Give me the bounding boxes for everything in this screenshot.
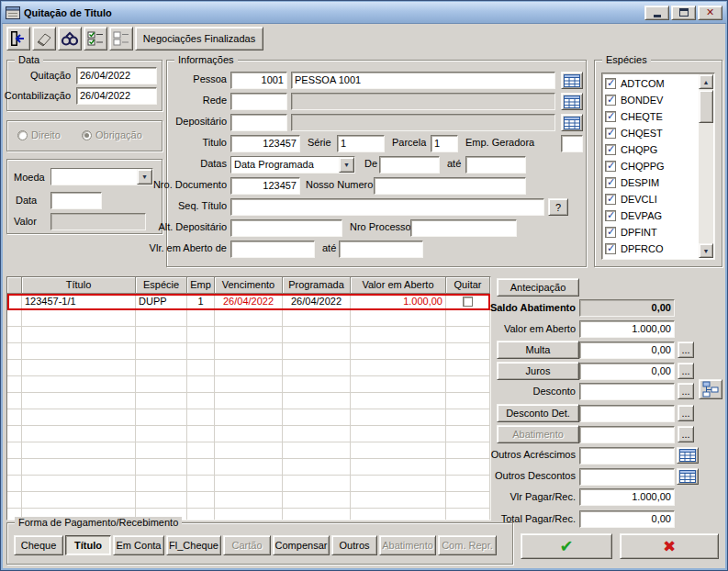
especie-item[interactable]: CHQPG <box>605 141 698 158</box>
scroll-up-button[interactable] <box>699 74 713 89</box>
especie-checkbox[interactable] <box>605 227 616 238</box>
especie-checkbox[interactable] <box>605 128 616 139</box>
rede-lookup-button[interactable] <box>561 93 583 110</box>
binoculars-icon <box>61 30 79 47</box>
especies-scrollbar[interactable] <box>699 74 713 258</box>
data-de-input[interactable] <box>379 156 440 174</box>
forma-cheque-button[interactable]: Cheque <box>14 535 63 555</box>
abatimento-more-button[interactable]: ... <box>678 426 694 442</box>
pessoa-code-input[interactable]: 1001 <box>230 72 287 89</box>
cell-vencimento: 26/04/2022 <box>215 294 283 310</box>
moeda-combo-value <box>51 169 137 185</box>
cancel-button[interactable] <box>620 533 719 559</box>
datas-combo-arrow[interactable] <box>339 157 354 173</box>
data-ate-input[interactable] <box>465 156 526 174</box>
outros-descontos-lookup-button[interactable] <box>677 468 699 485</box>
exit-button[interactable] <box>6 27 30 50</box>
erase-button[interactable] <box>32 27 56 50</box>
search-button[interactable] <box>58 27 82 50</box>
especie-item[interactable]: CHQEST <box>605 125 698 141</box>
multa-button[interactable]: Multa <box>497 341 579 359</box>
juros-field[interactable]: 0,00 <box>579 363 675 380</box>
vlr-pagar-label: Vlr Pagar/Rec. <box>451 491 576 503</box>
saldo-abatimento-label: Saldo Abatimento <box>458 302 576 314</box>
check-all-button[interactable] <box>84 27 107 50</box>
scroll-down-button[interactable] <box>699 243 713 258</box>
desconto-det-field[interactable] <box>579 405 675 422</box>
outros-acrescimos-field[interactable] <box>579 447 675 465</box>
especie-checkbox[interactable] <box>605 161 616 172</box>
uncheck-all-button[interactable] <box>109 27 133 50</box>
eraser-icon <box>35 30 53 47</box>
grid-header-valor[interactable]: Valor em Aberto <box>351 277 446 294</box>
minimize-button[interactable] <box>644 6 669 20</box>
forma-titulo-button[interactable]: Título <box>65 535 111 555</box>
desconto-det-button[interactable]: Desconto Det. <box>497 404 579 422</box>
grid-header-quitar[interactable]: Quitar <box>446 277 490 294</box>
especie-item[interactable]: CHEQTE <box>605 108 698 125</box>
juros-button[interactable]: Juros <box>497 362 579 380</box>
confirm-button[interactable] <box>521 533 612 559</box>
especie-item[interactable]: DEVPAG <box>605 207 698 224</box>
desconto-field[interactable] <box>579 383 675 400</box>
especie-checkbox[interactable] <box>605 210 616 221</box>
grid-header-programada[interactable]: Programada <box>283 277 351 294</box>
especie-item[interactable]: DEVCLI <box>605 191 698 207</box>
forma-em-conta-button[interactable]: Em Conta <box>113 535 164 555</box>
maximize-button[interactable] <box>671 6 696 20</box>
forma-outros-button[interactable]: Outros <box>331 535 377 555</box>
alt-depositario-input[interactable] <box>230 219 342 237</box>
grid-header-especie[interactable]: Espécie <box>136 277 187 294</box>
desconto-det-more-button[interactable]: ... <box>678 405 694 421</box>
negociacoes-finalizadas-button[interactable]: Negociações Finalizadas <box>135 27 263 50</box>
vlr-aberto-de-input[interactable] <box>230 241 315 258</box>
especie-checkbox[interactable] <box>605 194 616 205</box>
especie-checkbox[interactable] <box>605 144 616 155</box>
especie-item[interactable]: BONDEV <box>605 92 698 108</box>
emp-geradora-input[interactable] <box>561 135 583 152</box>
especie-item[interactable]: DPFINT <box>605 224 698 241</box>
datas-combo[interactable]: Data Programada <box>230 156 355 174</box>
grid-header-emp[interactable]: Emp <box>187 277 215 294</box>
especie-checkbox[interactable] <box>605 111 616 122</box>
seq-help-button[interactable]: ? <box>548 198 568 216</box>
parcela-input[interactable]: 1 <box>431 135 458 152</box>
especie-checkbox[interactable] <box>605 78 616 89</box>
seq-titulo-input[interactable] <box>230 198 544 216</box>
rede-code-input[interactable] <box>230 93 287 110</box>
forma-pagamento-legend: Forma de Pagamento/Recebimento <box>15 517 182 528</box>
outros-descontos-field[interactable] <box>579 468 675 486</box>
titulo-input[interactable]: 123457 <box>230 135 300 152</box>
especie-item[interactable]: DPFRCO <box>605 241 698 257</box>
scroll-thumb[interactable] <box>699 90 713 123</box>
grid-header-vencimento[interactable]: Vencimento <box>215 277 283 294</box>
especie-checkbox[interactable] <box>605 243 616 254</box>
serie-input[interactable]: 1 <box>337 135 385 152</box>
moeda-data-input[interactable] <box>50 192 102 209</box>
multa-field[interactable]: 0,00 <box>579 341 675 359</box>
grid-header-titulo[interactable]: Título <box>22 277 136 294</box>
depositario-code-input[interactable] <box>230 114 287 131</box>
desconto-more-button[interactable]: ... <box>678 383 694 399</box>
especie-item[interactable]: CHQPPG <box>605 158 698 174</box>
nro-documento-input[interactable]: 123457 <box>230 177 300 195</box>
depositario-lookup-button[interactable] <box>561 114 583 131</box>
especie-item[interactable]: ADTCOM <box>605 75 698 92</box>
juros-more-button[interactable]: ... <box>678 363 694 379</box>
forma-compensar-button[interactable]: Compensar <box>273 535 330 555</box>
close-button[interactable] <box>698 6 722 20</box>
outros-acrescimos-lookup-button[interactable] <box>677 447 699 464</box>
multa-more-button[interactable]: ... <box>678 341 694 358</box>
pessoa-lookup-button[interactable] <box>561 72 583 89</box>
nro-processo-input[interactable] <box>410 219 517 237</box>
nosso-numero-input[interactable] <box>374 177 526 195</box>
antecipacao-button[interactable]: Antecipação <box>497 278 579 297</box>
especie-checkbox[interactable] <box>605 177 616 188</box>
vlr-aberto-ate-input[interactable] <box>339 241 423 258</box>
especie-checkbox[interactable] <box>605 95 616 106</box>
forma-fl-cheque-button[interactable]: Fl_Cheque <box>166 535 221 555</box>
grid-data-row[interactable]: 123457-1/1 DUPP 1 26/04/2022 26/04/2022 … <box>7 294 490 310</box>
especie-item[interactable]: DESPIM <box>605 174 698 191</box>
depositario-name-field <box>291 114 555 131</box>
hierarchy-button[interactable] <box>699 379 722 399</box>
